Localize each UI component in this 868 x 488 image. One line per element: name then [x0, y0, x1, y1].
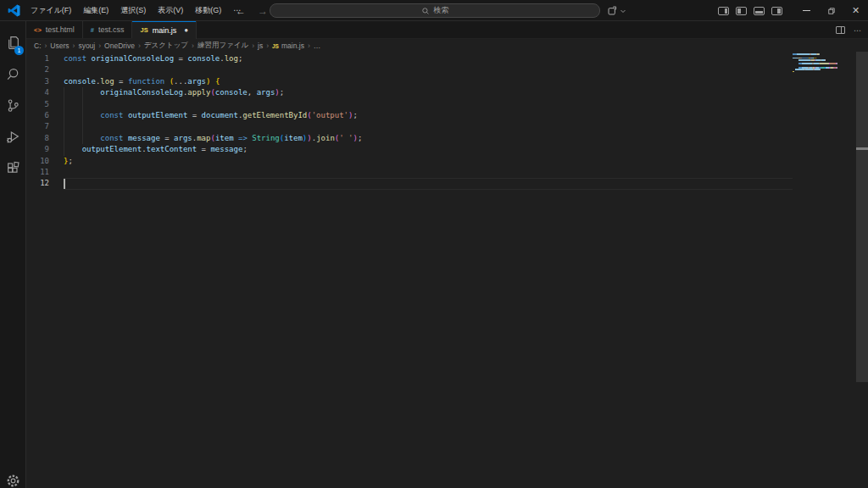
activity-source-control[interactable]	[0, 90, 25, 121]
code-line-12[interactable]	[64, 178, 775, 189]
code-lines[interactable]: const originalConsoleLog = console.log;c…	[64, 53, 775, 190]
minimize-icon	[803, 10, 810, 11]
close-button[interactable]: ✕	[843, 0, 868, 21]
breadcrumb-separator: ›	[192, 42, 194, 50]
copilot-button[interactable]	[607, 0, 626, 21]
breadcrumb-segment[interactable]: js	[258, 42, 263, 50]
search-placeholder: 検索	[434, 5, 449, 16]
customize-layout-icon[interactable]	[718, 7, 729, 15]
toggle-sidebar-icon[interactable]	[736, 7, 747, 15]
code-line-6[interactable]: const outputElement = document.getElemen…	[64, 110, 775, 121]
forward-arrow-icon[interactable]: →	[258, 5, 268, 17]
breadcrumb-separator: ›	[45, 42, 47, 50]
code-token: join	[316, 134, 335, 142]
toggle-panel-icon[interactable]	[754, 7, 765, 15]
code-token: ' '	[339, 134, 353, 142]
minimize-button[interactable]	[794, 0, 819, 21]
breadcrumb-segment[interactable]: OneDrive	[104, 42, 135, 50]
minimap-token	[820, 69, 821, 70]
minimap-token	[837, 63, 837, 64]
code-line-5[interactable]	[64, 99, 775, 110]
code-token: outputElement	[82, 145, 142, 153]
menu-view[interactable]: 表示(V)	[152, 3, 189, 19]
indent-guide	[64, 87, 64, 98]
code-line-2[interactable]	[64, 64, 775, 75]
vertical-scrollbar[interactable]	[856, 52, 868, 488]
breadcrumb-segment[interactable]: C:	[34, 42, 42, 50]
code-token: ;	[68, 157, 72, 165]
code-line-3[interactable]: console.log = function (...args) {	[64, 76, 775, 87]
history-nav: ← →	[236, 0, 268, 21]
text-cursor	[64, 179, 65, 189]
code-token: textContent	[147, 145, 198, 153]
minimap[interactable]	[793, 53, 854, 488]
split-editor-icon[interactable]	[836, 26, 845, 34]
code-token: args	[257, 88, 275, 97]
code-line-7[interactable]	[64, 121, 775, 132]
indent-guide	[64, 144, 64, 155]
breadcrumb-segment[interactable]: syouj	[78, 42, 95, 50]
restore-button[interactable]	[819, 0, 843, 21]
code-token: message	[128, 134, 164, 142]
line-number: 11	[26, 167, 64, 178]
menu-edit[interactable]: 編集(E)	[77, 3, 114, 19]
menu-selection[interactable]: 選択(S)	[114, 3, 152, 19]
breadcrumb-segment[interactable]: 練習用ファイル	[198, 41, 248, 51]
line-number: 5	[26, 99, 64, 110]
activity-extensions[interactable]	[0, 152, 25, 184]
line-number: 2	[26, 64, 64, 75]
code-line-10[interactable]: };	[64, 156, 775, 167]
minimap-token	[825, 59, 826, 61]
toggle-secondary-sidebar-icon[interactable]	[771, 7, 782, 15]
tab-test.html[interactable]: <>test.html	[26, 21, 83, 38]
tab-test.css[interactable]: #test.css	[83, 21, 133, 38]
command-center-search[interactable]: 検索	[270, 3, 600, 18]
code-token: =	[197, 145, 210, 153]
settings-gear-button[interactable]	[1, 465, 26, 488]
code-token: console	[64, 77, 96, 86]
explorer-badge: 1	[14, 46, 24, 55]
breadcrumb-segment[interactable]: JSmain.js	[272, 42, 304, 50]
code-token: outputElement	[128, 111, 192, 119]
menu-go[interactable]: 移動(G)	[189, 3, 227, 19]
breadcrumb-segment[interactable]: …	[314, 42, 321, 50]
layout-controls	[718, 7, 782, 15]
back-arrow-icon[interactable]: ←	[236, 5, 246, 17]
code-token: const	[100, 134, 128, 142]
titlebar-right: ✕	[718, 0, 868, 21]
more-actions-icon[interactable]: ⋯	[854, 26, 861, 35]
chevron-down-icon	[620, 8, 626, 14]
modified-dot-icon[interactable]: ●	[184, 26, 188, 34]
breadcrumb-segment[interactable]: Users	[50, 42, 69, 50]
line-number: 7	[26, 121, 64, 132]
code-token: 'output'	[312, 111, 348, 119]
breadcrumb-separator: ›	[252, 42, 254, 50]
code-token: ;	[238, 54, 242, 63]
code-token: =	[192, 111, 202, 119]
gear-icon	[6, 474, 20, 488]
indent-guide	[64, 121, 64, 132]
activity-bar: 1	[0, 21, 26, 488]
menu-file[interactable]: ファイル(F)	[25, 3, 77, 19]
breadcrumb-segment[interactable]: デスクトップ	[144, 41, 188, 51]
breadcrumb-separator: ›	[98, 42, 101, 50]
source-control-branch-icon	[6, 98, 20, 113]
code-line-9[interactable]: outputElement.textContent = message;	[64, 144, 775, 155]
scrollbar-slider[interactable]	[856, 52, 868, 382]
code-line-4[interactable]: originalConsoleLog.apply(console, args);	[64, 87, 775, 98]
code-line-1[interactable]: const originalConsoleLog = console.log;	[64, 53, 775, 64]
breadcrumb: C:›Users›syouj›OneDrive›デスクトップ›練習用ファイル›j…	[26, 39, 868, 52]
activity-explorer[interactable]: 1	[0, 27, 25, 58]
indent-guide	[82, 99, 83, 110]
tab-main.js[interactable]: JSmain.js●	[132, 21, 197, 39]
code-token: originalConsoleLog	[100, 88, 183, 97]
editor-pane[interactable]: 123456789101112 const originalConsoleLog…	[26, 52, 868, 488]
minimap-token	[802, 63, 811, 64]
code-line-8[interactable]: const message = args.map(item => String(…	[64, 133, 775, 144]
code-line-11[interactable]	[64, 167, 775, 178]
code-token: log	[100, 77, 114, 86]
code-token: item	[215, 134, 238, 142]
activity-search[interactable]	[0, 58, 25, 90]
activity-run-debug[interactable]	[0, 121, 25, 152]
indent-guide	[64, 99, 64, 110]
